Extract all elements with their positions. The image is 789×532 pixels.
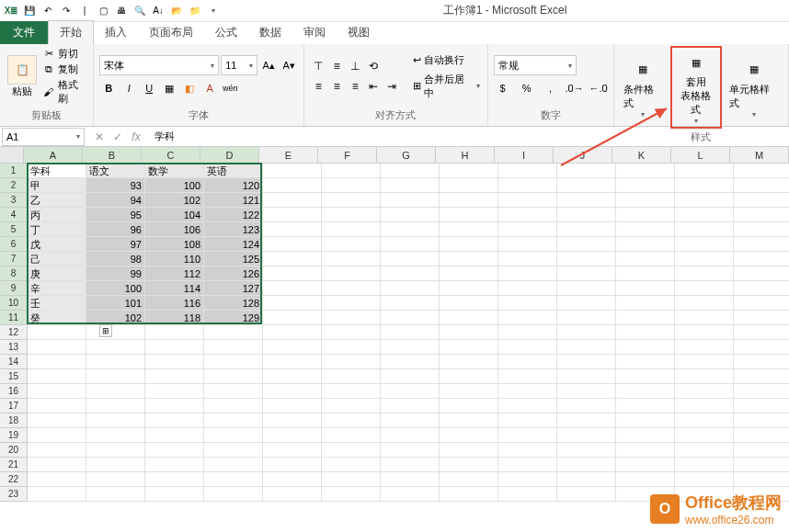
cell-D10[interactable]: 128 <box>204 296 263 311</box>
paste-label[interactable]: 粘贴 <box>12 85 32 98</box>
cell-A20[interactable] <box>28 443 86 458</box>
cell-C11[interactable]: 118 <box>145 311 204 325</box>
tab-formulas[interactable]: 公式 <box>204 21 248 44</box>
cell-F21[interactable] <box>322 458 381 472</box>
cell-D22[interactable] <box>204 472 263 487</box>
cell-M19[interactable] <box>734 428 789 443</box>
col-header-E[interactable]: E <box>259 147 318 164</box>
row-header-17[interactable]: 17 <box>0 399 28 413</box>
cell-D6[interactable]: 124 <box>204 237 263 252</box>
cell-F22[interactable] <box>322 472 381 487</box>
align-center-icon[interactable]: ≡ <box>328 78 345 95</box>
row-header-11[interactable]: 11 <box>0 311 28 325</box>
cell-L21[interactable] <box>675 458 734 472</box>
cell-J12[interactable] <box>557 325 616 340</box>
cell-K13[interactable] <box>616 340 675 355</box>
font-color-button[interactable]: A <box>200 79 219 97</box>
cell-G1[interactable] <box>381 164 440 178</box>
cell-I20[interactable] <box>498 443 557 458</box>
cell-C4[interactable]: 104 <box>145 208 204 222</box>
cell-A19[interactable] <box>28 428 86 443</box>
row-header-8[interactable]: 8 <box>0 266 28 281</box>
currency-icon[interactable]: $ <box>494 79 512 97</box>
cell-D14[interactable] <box>204 355 263 369</box>
cell-I18[interactable] <box>498 413 557 428</box>
cell-H12[interactable] <box>440 325 498 340</box>
row-header-20[interactable]: 20 <box>0 443 28 458</box>
copy-button[interactable]: ⧉复制 <box>42 62 87 76</box>
cell-F13[interactable] <box>322 340 381 355</box>
cell-A1[interactable]: 学科 <box>28 164 86 178</box>
cell-L19[interactable] <box>675 428 734 443</box>
cell-H4[interactable] <box>440 208 498 222</box>
cell-D7[interactable]: 125 <box>204 252 263 266</box>
cell-F18[interactable] <box>322 413 381 428</box>
cell-F14[interactable] <box>322 355 381 369</box>
cell-E18[interactable] <box>263 413 322 428</box>
cell-D16[interactable] <box>204 384 263 399</box>
col-header-F[interactable]: F <box>318 147 377 164</box>
align-middle-icon[interactable]: ≡ <box>328 58 345 74</box>
cell-E13[interactable] <box>263 340 322 355</box>
cell-L13[interactable] <box>675 340 734 355</box>
cell-D21[interactable] <box>204 458 263 472</box>
cell-D23[interactable] <box>204 487 263 502</box>
cell-E8[interactable] <box>263 266 322 281</box>
col-header-H[interactable]: H <box>436 147 495 164</box>
cell-L2[interactable] <box>675 178 734 193</box>
cell-L16[interactable] <box>675 384 734 399</box>
tab-layout[interactable]: 页面布局 <box>138 21 204 44</box>
cell-L10[interactable] <box>675 296 734 311</box>
row-header-16[interactable]: 16 <box>0 384 28 399</box>
cell-B4[interactable]: 95 <box>86 208 145 222</box>
row-header-23[interactable]: 23 <box>0 487 28 502</box>
cell-B23[interactable] <box>86 487 145 502</box>
open-icon[interactable]: 📂 <box>169 4 184 18</box>
cell-I21[interactable] <box>498 458 557 472</box>
row-header-15[interactable]: 15 <box>0 369 28 384</box>
cell-B13[interactable] <box>86 340 145 355</box>
align-right-icon[interactable]: ≡ <box>347 78 363 95</box>
cell-M12[interactable] <box>734 325 789 340</box>
cell-M15[interactable] <box>734 369 789 384</box>
cell-K3[interactable] <box>616 193 675 208</box>
cell-K11[interactable] <box>616 311 675 325</box>
cell-A12[interactable] <box>28 325 86 340</box>
enter-icon[interactable]: ✓ <box>110 130 125 143</box>
cell-L7[interactable] <box>675 252 734 266</box>
cell-C2[interactable]: 100 <box>145 178 204 193</box>
phonetic-button[interactable]: wén <box>221 79 239 97</box>
cell-K18[interactable] <box>616 413 675 428</box>
cell-B15[interactable] <box>86 369 145 384</box>
cell-F10[interactable] <box>322 296 381 311</box>
undo-icon[interactable]: ↶ <box>40 4 55 18</box>
cell-C5[interactable]: 106 <box>145 222 204 237</box>
cell-K20[interactable] <box>616 443 675 458</box>
cell-D1[interactable]: 英语 <box>204 164 263 178</box>
cell-D5[interactable]: 123 <box>204 222 263 237</box>
cell-H16[interactable] <box>440 384 498 399</box>
cell-C23[interactable] <box>145 487 204 502</box>
row-header-10[interactable]: 10 <box>0 296 28 311</box>
cell-B3[interactable]: 94 <box>86 193 145 208</box>
row-header-6[interactable]: 6 <box>0 237 28 252</box>
cell-H20[interactable] <box>440 443 498 458</box>
cell-C1[interactable]: 数学 <box>145 164 204 178</box>
cell-G10[interactable] <box>381 296 440 311</box>
cell-C12[interactable] <box>145 325 204 340</box>
cell-L18[interactable] <box>675 413 734 428</box>
cell-I7[interactable] <box>498 252 557 266</box>
cell-F17[interactable] <box>322 399 381 413</box>
cell-K2[interactable] <box>616 178 675 193</box>
cell-H22[interactable] <box>440 472 498 487</box>
cell-E14[interactable] <box>263 355 322 369</box>
cell-J10[interactable] <box>557 296 616 311</box>
cell-I1[interactable] <box>498 164 557 178</box>
cell-B11[interactable]: 102 <box>86 311 145 325</box>
cell-K4[interactable] <box>616 208 675 222</box>
cell-A3[interactable]: 乙 <box>28 193 86 208</box>
cell-I6[interactable] <box>498 237 557 252</box>
cell-A14[interactable] <box>28 355 86 369</box>
cell-J17[interactable] <box>557 399 616 413</box>
cell-E5[interactable] <box>263 222 322 237</box>
